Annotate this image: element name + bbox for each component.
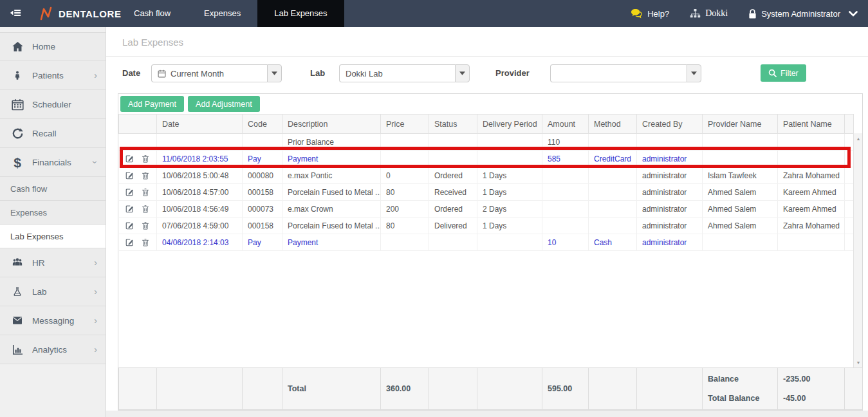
chevron-right-icon: › [94,316,97,325]
table-row: 07/06/2018 4:59:00000158Porcelain Fused … [119,218,854,234]
cell-created-by: administrator [637,151,703,167]
delete-button[interactable] [141,237,150,247]
user-name: System Administrator [761,9,840,19]
tab-expenses[interactable]: Expenses [187,0,257,27]
grid-toolbar: Add Payment Add Adjustment [118,94,862,114]
edit-button[interactable] [125,204,134,214]
delete-button[interactable] [141,204,150,214]
scroll-up-arrow-icon[interactable]: ▲ [854,136,863,141]
sidebar-item-patients[interactable]: Patients › [0,61,106,90]
date-dropdown-arrow[interactable] [267,64,282,82]
chevron-down-icon: › [91,161,100,164]
cell-created-by [637,134,703,151]
edit-button[interactable] [125,187,134,197]
edit-icon [125,221,134,230]
cell-date: 10/06/2018 4:56:49 [157,201,243,218]
provider-filter-dropdown[interactable] [550,64,701,82]
cell-delivery-period: 1 Days [477,167,542,184]
cell-provider-name: Ahmed Salem [703,201,778,218]
cell-amount: 110 [542,134,589,151]
table-row: 10/06/2018 5:00:48000080e.max Pontic0Ord… [119,167,854,184]
cell-status [429,134,477,151]
sidebar-item-lab[interactable]: Lab › [0,277,106,306]
filter-button[interactable]: Filter [761,64,806,82]
column-header-date: Date [157,115,243,134]
delete-button[interactable] [141,221,150,230]
trash-icon [141,237,150,247]
user-menu[interactable]: System Administrator [748,8,858,19]
edit-icon [125,187,134,197]
topbar-right: Help? Dokki System Administrator [631,0,858,27]
add-payment-button[interactable]: Add Payment [120,96,184,112]
main-content: Lab Expenses Date Current Month Lab Dokk… [106,27,868,411]
edit-button[interactable] [125,221,134,230]
total-balance-value: -45.00 [783,394,839,403]
add-adjustment-button[interactable]: Add Adjustment [188,96,260,112]
tab-lab-expenses[interactable]: Lab Expenses [257,0,344,27]
table-row: Prior Balance110 [119,134,854,151]
cell-date [157,134,243,151]
cell-date: 04/06/2018 2:14:03 [157,234,243,251]
cell-price: 0 [381,167,429,184]
lab-expenses-grid: Add Payment Add Adjustment DateCodeDescr… [118,93,863,411]
envelope-icon [11,315,24,326]
sidebar-item-scheduler[interactable]: Scheduler [0,90,106,119]
brand[interactable]: DENTALORE [40,0,122,27]
cell-code: Pay [243,151,282,167]
cell-delivery-period [477,134,542,151]
cell-patient-name [778,151,845,167]
cell-created-by: administrator [637,184,703,201]
tab-cash-flow[interactable]: Cash flow [117,0,187,27]
delete-button[interactable] [141,154,150,163]
date-filter-dropdown[interactable]: Current Month [151,64,282,82]
topbar: DENTALORE Cash flow Expenses Lab Expense… [0,0,868,27]
vertical-scrollbar[interactable]: ▲ ▼ [853,133,862,368]
clinic-selector[interactable]: Dokki [690,8,728,19]
delete-button[interactable] [141,171,150,180]
edit-button[interactable] [125,154,134,163]
sidebar-item-expenses[interactable]: Expenses [0,201,106,225]
sidebar-toggle-button[interactable] [8,7,23,21]
trash-icon [141,171,150,180]
delete-button[interactable] [141,187,150,197]
dropdown-arrow-icon [691,71,697,75]
cell-method [589,167,637,184]
sitemap-icon [690,8,701,19]
help-link[interactable]: Help? [631,8,669,19]
edit-icon [125,154,134,163]
lab-filter-dropdown[interactable]: Dokki Lab [339,64,470,82]
cell-price [381,134,429,151]
cell-price: 80 [381,184,429,201]
provider-dropdown-arrow[interactable] [687,64,701,82]
sidebar-item-financials[interactable]: $ Financials › [0,148,106,177]
cell-price [381,234,429,251]
lab-dropdown-arrow[interactable] [455,64,470,82]
expenses-table: DateCodeDescriptionPriceStatusDelivery P… [118,114,854,251]
sidebar-item-cash-flow[interactable]: Cash flow [0,177,106,201]
cell-patient-name: Zahra Mohamed [778,218,845,234]
cell-delivery-period [477,151,542,167]
cell-code [243,134,282,151]
sidebar-item-home[interactable]: Home [0,32,106,61]
sidebar-item-recall[interactable]: Recall [0,119,106,148]
cell-status: Ordered [429,201,477,218]
edit-button[interactable] [125,171,134,180]
cell-provider-name [703,234,778,251]
edit-button[interactable] [125,237,134,247]
top-nav: Cash flow Expenses Lab Expenses [117,0,344,27]
edit-icon [125,171,134,180]
sidebar-item-lab-expenses[interactable]: Lab Expenses [0,225,106,248]
cell-endcap [845,134,854,151]
column-header-provider-name: Provider Name [703,115,778,134]
trash-icon [141,204,150,214]
trash-icon [141,187,150,197]
sidebar-item-hr[interactable]: HR › [0,248,106,277]
table-row: 04/06/2018 2:14:03PayPayment10Cashadmini… [119,234,854,251]
cell-method: CreditCard [589,151,637,167]
column-header-delivery-period: Delivery Period [477,115,542,134]
cell-actions [119,184,157,201]
trash-icon [141,221,150,230]
scroll-down-arrow-icon[interactable]: ▼ [854,360,863,365]
sidebar-item-analytics[interactable]: Analytics › [0,335,106,364]
sidebar-item-messaging[interactable]: Messaging › [0,306,106,335]
